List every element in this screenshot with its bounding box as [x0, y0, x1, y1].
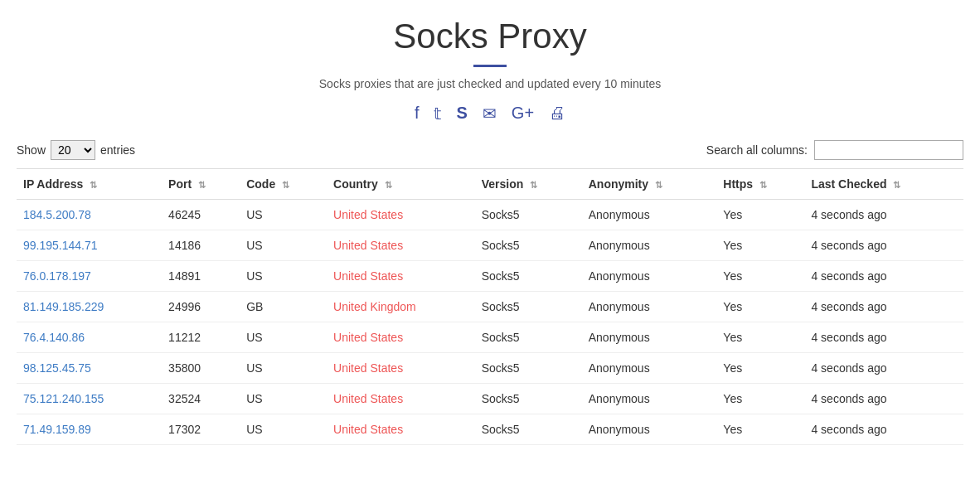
table-row: 71.49.159.8917302USUnited StatesSocks5An… [17, 414, 963, 445]
cell-port: 14891 [162, 261, 240, 292]
cell-last-checked: 4 seconds ago [804, 384, 963, 414]
col-code[interactable]: Code ⇅ [240, 169, 327, 200]
cell-code: US [240, 230, 327, 261]
cell-ip: 71.49.159.89 [17, 414, 162, 445]
cell-last-checked: 4 seconds ago [804, 230, 963, 261]
cell-https: Yes [716, 292, 804, 322]
country-link[interactable]: United Kingdom [333, 300, 416, 313]
table-controls: Show 10 20 50 100 entries Search all col… [17, 140, 963, 160]
cell-code: US [240, 322, 327, 353]
cell-country: United States [327, 322, 475, 353]
show-entries-control: Show 10 20 50 100 entries [17, 140, 135, 160]
cell-ip: 99.195.144.71 [17, 230, 162, 261]
table-row: 76.0.178.19714891USUnited StatesSocks5An… [17, 261, 963, 292]
cell-https: Yes [716, 230, 804, 261]
col-ip[interactable]: IP Address ⇅ [17, 169, 162, 200]
cell-last-checked: 4 seconds ago [804, 261, 963, 292]
cell-last-checked: 4 seconds ago [804, 414, 963, 445]
cell-port: 17302 [162, 414, 240, 445]
cell-country: United States [327, 353, 475, 384]
cell-port: 46245 [162, 200, 240, 230]
page-header: Socks Proxy Socks proxies that are just … [17, 17, 963, 124]
cell-last-checked: 4 seconds ago [804, 353, 963, 384]
cell-country: United States [327, 200, 475, 230]
table-row: 81.149.185.22924996GBUnited KingdomSocks… [17, 292, 963, 322]
cell-anonymity: Anonymous [582, 230, 717, 261]
cell-port: 35800 [162, 353, 240, 384]
col-anonymity[interactable]: Anonymity ⇅ [582, 169, 717, 200]
sort-icon-https: ⇅ [759, 180, 767, 190]
cell-version: Socks5 [475, 230, 582, 261]
country-link[interactable]: United States [333, 239, 403, 252]
country-link[interactable]: United States [333, 331, 403, 344]
table-row: 98.125.45.7535800USUnited StatesSocks5An… [17, 353, 963, 384]
cell-https: Yes [716, 384, 804, 414]
cell-code: US [240, 261, 327, 292]
cell-anonymity: Anonymous [582, 261, 717, 292]
ip-address-link[interactable]: 98.125.45.75 [23, 361, 91, 375]
country-link[interactable]: United States [333, 423, 403, 436]
col-https[interactable]: Https ⇅ [716, 169, 804, 200]
col-port[interactable]: Port ⇅ [162, 169, 240, 200]
cell-version: Socks5 [475, 292, 582, 322]
ip-address-link[interactable]: 71.49.159.89 [23, 423, 91, 436]
cell-last-checked: 4 seconds ago [804, 200, 963, 230]
cell-version: Socks5 [475, 384, 582, 414]
sort-icon-anonymity: ⇅ [655, 180, 662, 190]
cell-ip: 76.0.178.197 [17, 261, 162, 292]
cell-https: Yes [716, 353, 804, 384]
cell-anonymity: Anonymous [582, 384, 717, 414]
cell-code: US [240, 414, 327, 445]
col-version[interactable]: Version ⇅ [475, 169, 582, 200]
search-control: Search all columns: [706, 140, 963, 160]
cell-port: 11212 [162, 322, 240, 353]
ip-address-link[interactable]: 184.5.200.78 [23, 208, 91, 221]
facebook-icon[interactable]: f [415, 104, 420, 124]
cell-ip: 98.125.45.75 [17, 353, 162, 384]
col-last-checked[interactable]: Last Checked ⇅ [804, 169, 963, 200]
ip-address-link[interactable]: 76.4.140.86 [23, 331, 85, 344]
header-divider [473, 65, 507, 67]
twitter-icon[interactable]: 𝕥 [434, 104, 441, 124]
cell-anonymity: Anonymous [582, 200, 717, 230]
ip-address-link[interactable]: 75.121.240.155 [23, 392, 104, 405]
page-title: Socks Proxy [17, 17, 963, 56]
cell-version: Socks5 [475, 261, 582, 292]
cell-version: Socks5 [475, 353, 582, 384]
social-icons-bar: f 𝕥 S ✉ G+ 🖨 [17, 104, 963, 124]
ip-address-link[interactable]: 99.195.144.71 [23, 239, 98, 252]
country-link[interactable]: United States [333, 208, 403, 221]
search-label: Search all columns: [706, 143, 808, 157]
cell-last-checked: 4 seconds ago [804, 322, 963, 353]
search-input[interactable] [814, 140, 963, 160]
table-row: 184.5.200.7846245USUnited StatesSocks5An… [17, 200, 963, 230]
table-row: 76.4.140.8611212USUnited StatesSocks5Ano… [17, 322, 963, 353]
country-link[interactable]: United States [333, 361, 403, 375]
cell-ip: 184.5.200.78 [17, 200, 162, 230]
skype-icon[interactable]: S [456, 104, 467, 124]
cell-version: Socks5 [475, 414, 582, 445]
print-icon[interactable]: 🖨 [549, 104, 565, 124]
cell-country: United States [327, 230, 475, 261]
cell-anonymity: Anonymous [582, 414, 717, 445]
entries-label: entries [100, 143, 135, 157]
header-subtitle: Socks proxies that are just checked and … [17, 77, 963, 90]
table-row: 75.121.240.15532524USUnited StatesSocks5… [17, 384, 963, 414]
cell-version: Socks5 [475, 200, 582, 230]
email-icon[interactable]: ✉ [483, 104, 497, 124]
country-link[interactable]: United States [333, 392, 403, 405]
ip-address-link[interactable]: 81.149.185.229 [23, 300, 104, 313]
ip-address-link[interactable]: 76.0.178.197 [23, 269, 91, 283]
cell-country: United States [327, 261, 475, 292]
cell-https: Yes [716, 322, 804, 353]
sort-icon-version: ⇅ [530, 180, 537, 190]
cell-country: United States [327, 414, 475, 445]
googleplus-icon[interactable]: G+ [512, 104, 534, 124]
entries-select[interactable]: 10 20 50 100 [51, 140, 95, 160]
cell-ip: 81.149.185.229 [17, 292, 162, 322]
cell-https: Yes [716, 414, 804, 445]
country-link[interactable]: United States [333, 269, 403, 283]
table-row: 99.195.144.7114186USUnited StatesSocks5A… [17, 230, 963, 261]
col-country[interactable]: Country ⇅ [327, 169, 475, 200]
sort-icon-ip: ⇅ [90, 180, 97, 190]
